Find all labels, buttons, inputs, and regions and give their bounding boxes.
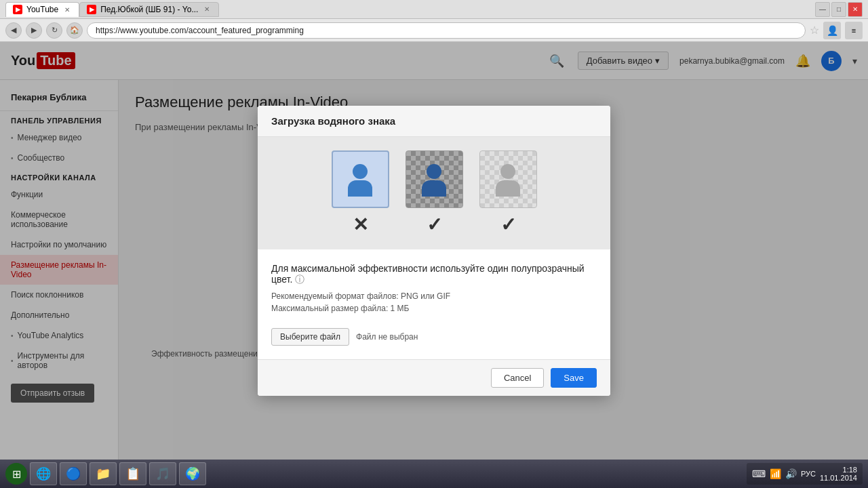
cancel-button[interactable]: Cancel	[491, 368, 544, 388]
person-body-1	[348, 180, 372, 197]
taskbar-time: 1:18 11.01.2014	[820, 466, 857, 482]
preview-mark-3: ✓	[500, 214, 516, 236]
date-display: 11.01.2014	[820, 474, 857, 482]
chrome-icon: 🔵	[66, 466, 81, 481]
keyboard-icon: ⌨	[752, 468, 766, 479]
taskbar-tray: ⌨ 📶 🔊 РУС 1:18 11.01.2014	[747, 463, 863, 485]
info-icon[interactable]: ⓘ	[295, 274, 304, 285]
tab-favicon-active: ▶	[13, 5, 22, 14]
dialog-info-title: Для максимальной эффективности используй…	[271, 263, 597, 286]
back-button[interactable]: ◀	[5, 22, 22, 39]
tab-favicon-inactive: ▶	[87, 5, 96, 14]
bookmark-icon[interactable]: ☆	[810, 24, 819, 37]
notepad-icon: 📋	[125, 466, 140, 481]
tab-close-active[interactable]: ✕	[62, 5, 72, 14]
address-bar[interactable]: https://www.youtube.com/account_featured…	[87, 22, 806, 39]
folder-icon: 📁	[96, 466, 111, 481]
taskbar-browser2-icon[interactable]: 🌍	[179, 462, 206, 485]
preview-option-1[interactable]: ✕	[332, 150, 389, 236]
refresh-button[interactable]: ↻	[46, 22, 62, 39]
browser-titlebar: ▶ YouTube ✕ ▶ Пед.Юбкой (ШБ 91) - Yo... …	[0, 0, 868, 19]
language-indicator[interactable]: РУС	[801, 470, 816, 478]
forward-button[interactable]: ▶	[26, 22, 42, 39]
home-button[interactable]: 🏠	[66, 22, 83, 39]
media-icon: 🎵	[155, 466, 170, 481]
person-icon-1	[343, 163, 377, 197]
start-button[interactable]: ⊞	[5, 463, 27, 485]
volume-icon[interactable]: 🔊	[785, 468, 797, 479]
network-icon: 📶	[770, 468, 781, 479]
taskbar: ⊞ 🌐 🔵 📁 📋 🎵 🌍 ⌨ 📶 🔊 РУС 1:18 11.01.2014	[0, 460, 868, 488]
dialog-file-format: Рекомендуемый формат файлов: PNG или GIF	[271, 291, 597, 301]
taskbar-notepad-icon[interactable]: 📋	[119, 462, 146, 485]
menu-icon[interactable]: ≡	[845, 22, 863, 39]
browser-tab-inactive[interactable]: ▶ Пед.Юбкой (ШБ 91) - Yo... ✕	[79, 2, 219, 17]
person-body-2	[422, 180, 446, 197]
start-icon: ⊞	[12, 468, 21, 481]
person-head-2	[427, 164, 441, 179]
person-body-3	[496, 180, 520, 197]
browser-controls: ◀ ▶ ↻ 🏠 https://www.youtube.com/account_…	[0, 19, 868, 42]
save-button[interactable]: Save	[551, 368, 597, 388]
person-head-3	[500, 164, 515, 179]
choose-file-button[interactable]: Выберите файл	[271, 328, 349, 346]
tab-label-active: YouTube	[26, 5, 58, 14]
ie-icon: 🌐	[36, 466, 51, 481]
person-head-1	[353, 164, 368, 179]
watermark-dialog: Загрузка водяного знака ✕	[258, 106, 610, 396]
file-name-label: Файл не выбран	[356, 332, 418, 342]
dialog-file-row: Выберите файл Файл не выбран	[258, 323, 610, 359]
tab-close-inactive[interactable]: ✕	[202, 5, 212, 14]
extensions-icon[interactable]: 👤	[823, 22, 841, 39]
dialog-info: Для максимальной эффективности используй…	[258, 249, 610, 323]
taskbar-ie-icon[interactable]: 🌐	[30, 462, 57, 485]
maximize-button[interactable]: □	[831, 2, 846, 17]
close-button[interactable]: ✕	[848, 2, 863, 17]
time-display: 1:18	[820, 466, 857, 474]
preview-box-1	[332, 150, 389, 208]
tab-label-inactive: Пед.Юбкой (ШБ 91) - Yo...	[100, 5, 198, 14]
dialog-overlay: Загрузка водяного знака ✕	[0, 42, 868, 460]
browser2-icon: 🌍	[185, 466, 200, 481]
preview-mark-2: ✓	[427, 214, 442, 236]
person-icon-3	[491, 163, 525, 197]
dialog-title: Загрузка водяного знака	[258, 106, 610, 137]
preview-option-2[interactable]: ✓	[406, 150, 463, 236]
preview-box-3	[479, 150, 537, 208]
preview-option-3[interactable]: ✓	[479, 150, 537, 236]
person-icon-2	[417, 163, 451, 197]
browser-tab-active[interactable]: ▶ YouTube ✕	[5, 2, 79, 17]
dialog-file-size: Максимальный размер файла: 1 МБ	[271, 304, 597, 313]
minimize-button[interactable]: —	[815, 2, 830, 17]
dialog-footer: Cancel Save	[258, 359, 610, 396]
preview-box-2	[406, 150, 463, 208]
taskbar-folder-icon[interactable]: 📁	[90, 462, 117, 485]
dialog-preview-row: ✕ ✓	[258, 137, 610, 249]
taskbar-media-icon[interactable]: 🎵	[149, 462, 176, 485]
dialog-body: ✕ ✓	[258, 137, 610, 359]
preview-mark-1: ✕	[353, 214, 368, 236]
taskbar-chrome-icon[interactable]: 🔵	[60, 462, 87, 485]
address-text: https://www.youtube.com/account_featured…	[96, 26, 304, 35]
